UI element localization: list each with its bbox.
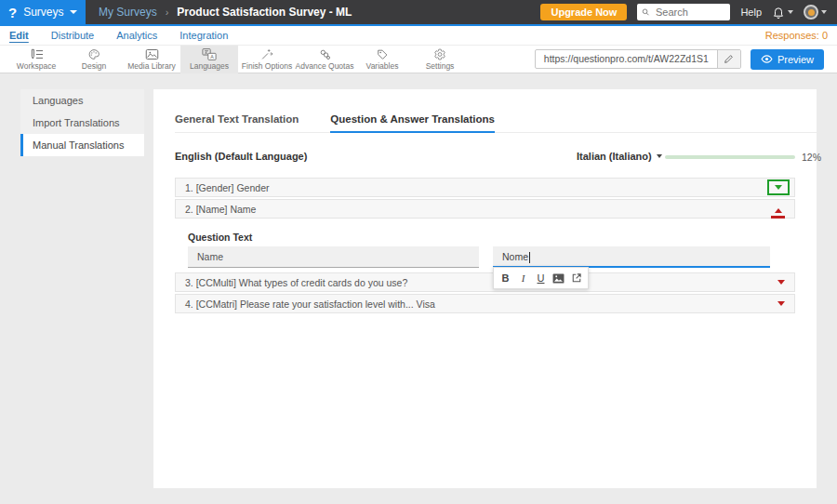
- sidebar-item-manual-translations[interactable]: Manual Translations: [20, 134, 144, 156]
- italic-button[interactable]: I: [515, 270, 531, 286]
- tab-general-text-translation[interactable]: General Text Translation: [175, 113, 299, 133]
- header-right: Upgrade Now Help: [540, 4, 837, 20]
- search-input[interactable]: [654, 6, 725, 19]
- sidebar-item-import-translations[interactable]: Import Translations: [20, 112, 144, 134]
- tool-design[interactable]: Design: [65, 46, 123, 73]
- translation-tabs: General Text Translation Question & Answ…: [175, 89, 817, 133]
- search-icon: [642, 7, 650, 17]
- question-editor-panel: Question Text Name Nome: [175, 220, 795, 272]
- external-link-icon: [571, 272, 582, 284]
- collapse-toggle[interactable]: [771, 208, 785, 219]
- target-language-dropdown[interactable]: Italian (Italiano): [577, 151, 662, 162]
- edit-url-button[interactable]: [717, 50, 740, 68]
- logo-block[interactable]: ? Surveys: [0, 0, 86, 24]
- underline-button[interactable]: U: [533, 270, 549, 286]
- source-text-field: Name: [188, 246, 479, 268]
- chevron-down-icon: [775, 185, 782, 190]
- format-toolbar: B I U: [493, 267, 589, 289]
- workspace-icon: [29, 48, 45, 60]
- section-nav: Edit Distribute Analytics Integration Re…: [0, 26, 837, 46]
- tool-settings[interactable]: Settings: [411, 46, 469, 73]
- translations-sidebar: Languages Import Translations Manual Tra…: [20, 89, 144, 156]
- media-library-icon: [145, 48, 159, 60]
- survey-url-group: https://questionpro.com/t/AW22Zd1S1: [535, 49, 741, 69]
- preview-button[interactable]: Preview: [751, 49, 824, 70]
- progress-percent: 12%: [802, 152, 821, 163]
- toolbar-right: https://questionpro.com/t/AW22Zd1S1 Prev…: [535, 49, 830, 70]
- variables-icon: [376, 48, 389, 60]
- product-switcher[interactable]: Surveys: [23, 6, 76, 19]
- advance-quotas-icon: [318, 48, 332, 60]
- nav-item-integration[interactable]: Integration: [179, 30, 228, 41]
- edit-toolbar: Workspace Design Media Library A Languag…: [0, 46, 837, 73]
- insert-image-button[interactable]: [551, 270, 566, 286]
- avatar: [804, 5, 818, 20]
- tool-advance-quotas[interactable]: Advance Quotas: [296, 46, 353, 73]
- target-language-label: Italian (Italiano): [577, 151, 652, 162]
- design-icon: [87, 48, 100, 60]
- breadcrumb: My Surveys › Product Satisfaction Survey…: [99, 6, 352, 19]
- question-row-2[interactable]: 2. [Name] Name: [175, 199, 795, 219]
- chevron-down-icon: [821, 10, 827, 14]
- tool-languages[interactable]: A Languages: [180, 46, 238, 73]
- account-menu[interactable]: [804, 5, 827, 20]
- tab-question-answer-translations[interactable]: Question & Answer Translations: [330, 113, 495, 133]
- expand-toggle-highlighted[interactable]: [767, 179, 790, 195]
- chevron-down-icon: [657, 154, 662, 158]
- collapse-indicator-bar: [771, 216, 785, 219]
- nav-item-analytics[interactable]: Analytics: [116, 30, 157, 41]
- preview-button-label: Preview: [777, 54, 814, 65]
- languages-icon: A: [202, 48, 217, 60]
- question-row-4[interactable]: 4. [CCMatri] Please rate your satisfacti…: [175, 294, 795, 313]
- responses-count[interactable]: Responses: 0: [765, 30, 828, 41]
- product-switcher-label: Surveys: [23, 6, 63, 19]
- help-link[interactable]: Help: [740, 7, 762, 18]
- source-language-label: English (Default Language): [175, 151, 307, 162]
- top-header: ? Surveys My Surveys › Product Satisfact…: [0, 0, 837, 26]
- tool-workspace[interactable]: Workspace: [7, 46, 65, 73]
- upgrade-now-button[interactable]: Upgrade Now: [540, 4, 627, 20]
- question-list: 1. [Gender] Gender 2. [Name] Name Questi…: [175, 178, 795, 313]
- open-editor-button[interactable]: [568, 270, 584, 286]
- survey-url[interactable]: https://questionpro.com/t/AW22Zd1S1: [536, 50, 717, 68]
- sidebar-item-languages[interactable]: Languages: [20, 89, 144, 112]
- finish-options-icon: [260, 48, 273, 60]
- nav-item-edit[interactable]: Edit: [9, 30, 29, 41]
- chevron-down-icon: [777, 280, 785, 285]
- global-search[interactable]: [637, 4, 730, 20]
- chevron-down-icon: [70, 10, 77, 14]
- question-text-label: Question Text: [188, 232, 252, 243]
- nav-item-distribute[interactable]: Distribute: [51, 30, 94, 41]
- chevron-up-icon: [775, 208, 782, 213]
- translation-text-field[interactable]: Nome: [493, 246, 770, 268]
- survey-title: Product Satisfaction Survey - ML: [177, 6, 352, 19]
- text-cursor: [529, 252, 530, 263]
- breadcrumb-my-surveys[interactable]: My Surveys: [99, 6, 157, 19]
- tool-finish-options[interactable]: Finish Options: [238, 46, 296, 73]
- chevron-down-icon: [788, 10, 793, 14]
- notifications-menu[interactable]: [772, 6, 793, 20]
- bold-button[interactable]: B: [498, 270, 513, 286]
- tool-media-library[interactable]: Media Library: [123, 46, 180, 73]
- main-area: Languages Import Translations Manual Tra…: [0, 73, 837, 504]
- chevron-down-icon: [777, 301, 785, 306]
- questionpro-logo-icon: ?: [8, 6, 17, 20]
- question-row-1[interactable]: 1. [Gender] Gender: [175, 178, 795, 197]
- settings-icon: [433, 48, 446, 60]
- question-row-3[interactable]: 3. [CCMulti] What types of credit cards …: [175, 272, 795, 292]
- tool-variables[interactable]: Variables: [353, 46, 411, 73]
- translation-progress-bar: [665, 155, 795, 159]
- svg-text:A: A: [210, 53, 214, 59]
- language-header-row: English (Default Language) Italian (Ital…: [153, 148, 817, 165]
- pencil-icon: [724, 54, 734, 64]
- bell-icon: [772, 6, 785, 20]
- breadcrumb-separator: ›: [166, 7, 169, 18]
- eye-icon: [761, 55, 773, 63]
- translations-card: General Text Translation Question & Answ…: [153, 89, 817, 488]
- image-icon: [552, 273, 565, 284]
